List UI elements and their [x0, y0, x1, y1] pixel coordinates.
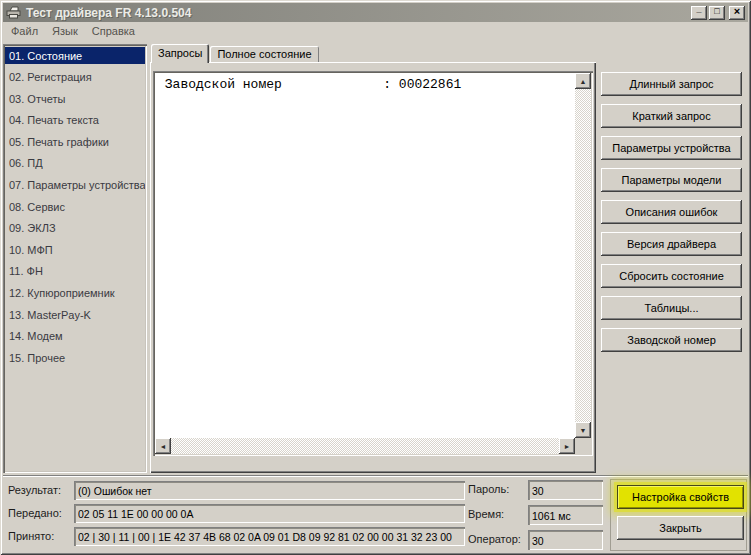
sidebar-item[interactable]: 13. MasterPay-K [5, 306, 145, 323]
action-button[interactable]: Заводской номер [601, 328, 742, 352]
scroll-left-icon[interactable]: ◄ [155, 438, 171, 454]
sidebar-item-label: 05. Печать графики [9, 136, 109, 148]
action-button[interactable]: Длинный запрос [601, 72, 742, 96]
action-button[interactable]: Таблицы... [601, 296, 742, 320]
query-output-memo: Заводской номер : 00022861 ▲ ▼ ◄ ► [153, 71, 593, 456]
menu-item[interactable]: Язык [45, 24, 85, 40]
sidebar-item[interactable]: 05. Печать графики [5, 133, 145, 150]
scroll-down-icon[interactable]: ▼ [575, 422, 591, 438]
param-label: Пароль: [468, 483, 509, 495]
sidebar-item-label: 12. Купюроприемник [9, 287, 115, 299]
window-title: Тест драйвера FR 4.13.0.504 [26, 6, 691, 20]
vertical-scrollbar[interactable]: ▲ ▼ [575, 73, 591, 438]
action-button[interactable]: Версия драйвера [601, 232, 742, 256]
app-window: Тест драйвера FR 4.13.0.504 _ □ × ФайлЯз… [0, 0, 751, 555]
minimize-button[interactable]: _ [691, 6, 707, 20]
tab[interactable]: Полное состояние [210, 46, 318, 63]
tab[interactable]: Запросы [151, 44, 209, 63]
sidebar-item-label: 04. Печать текста [9, 114, 99, 126]
sidebar-item-label: 03. Отчеты [9, 93, 65, 105]
action-button[interactable]: Краткий запрос [601, 104, 742, 128]
close-button[interactable]: × [729, 6, 745, 20]
param-value-field[interactable] [528, 480, 603, 500]
sidebar-item[interactable]: 15. Прочее [5, 349, 145, 366]
close-app-button[interactable]: Закрыть [617, 516, 744, 540]
param-value-field[interactable] [528, 505, 603, 525]
param-label: Оператор: [468, 533, 521, 545]
sidebar-item[interactable]: 04. Печать текста [5, 112, 145, 129]
status-label: Результат: [8, 484, 61, 496]
horizontal-scrollbar[interactable]: ◄ ► [155, 438, 575, 454]
scroll-up-icon[interactable]: ▲ [575, 73, 591, 89]
sidebar-item-label: 07. Параметры устройства [9, 179, 145, 191]
sidebar-item[interactable]: 09. ЭКЛЗ [5, 220, 145, 237]
param-label: Время: [468, 508, 504, 520]
sidebar-item[interactable]: 06. ПД [5, 155, 145, 172]
sidebar-item-label: 06. ПД [9, 157, 43, 169]
sidebar-item[interactable]: 01. Состояние [5, 47, 145, 64]
scrollbar-corner [575, 438, 591, 454]
scroll-right-icon[interactable]: ► [559, 438, 575, 454]
sidebar-item[interactable]: 08. Сервис [5, 198, 145, 215]
sidebar-item[interactable]: 07. Параметры устройства [5, 177, 145, 194]
sidebar-item-label: 11. ФН [9, 265, 43, 277]
sidebar-item-label: 13. MasterPay-K [9, 309, 91, 321]
action-button[interactable]: Параметры модели [601, 168, 742, 192]
sidebar-item[interactable]: 03. Отчеты [5, 90, 145, 107]
sidebar-item[interactable]: 11. ФН [5, 263, 145, 280]
sidebar-item-label: 02. Регистрация [9, 71, 92, 83]
output-text: Заводской номер : 00022861 [155, 73, 575, 438]
action-button[interactable]: Описания ошибок [601, 200, 742, 224]
sidebar-item-label: 08. Сервис [9, 201, 65, 213]
sidebar-item[interactable]: 12. Купюроприемник [5, 285, 145, 302]
sidebar-item[interactable]: 10. МФП [5, 241, 145, 258]
sidebar-item-label: 15. Прочее [9, 352, 65, 364]
category-list: 01. Состояние 02. Регистрация 03. Отчеты… [3, 44, 147, 473]
tab-strip: ЗапросыПолное состояние [151, 44, 320, 63]
param-value-field[interactable] [528, 530, 603, 550]
sidebar-item[interactable]: 14. Модем [5, 328, 145, 345]
printer-icon [6, 6, 22, 19]
status-value-field [74, 504, 465, 523]
menu-item[interactable]: Файл [4, 24, 45, 40]
status-value-field [74, 481, 465, 500]
sidebar-item-label: 09. ЭКЛЗ [9, 222, 56, 234]
maximize-button[interactable]: □ [709, 6, 725, 20]
titlebar: Тест драйвера FR 4.13.0.504 _ □ × [3, 3, 748, 22]
sidebar-item[interactable]: 02. Регистрация [5, 69, 145, 86]
status-value-field [74, 527, 465, 546]
status-label: Передано: [8, 507, 62, 519]
action-button[interactable]: Сбросить состояние [601, 264, 742, 288]
action-button-column: Длинный запросКраткий запросПараметры ус… [601, 72, 742, 360]
menubar: ФайлЯзыкСправка [4, 24, 142, 40]
menu-item[interactable]: Справка [85, 24, 142, 40]
action-button[interactable]: Параметры устройства [601, 136, 742, 160]
status-label: Принято: [8, 530, 54, 542]
sidebar-item-label: 10. МФП [9, 244, 53, 256]
sidebar-item-label: 01. Состояние [9, 50, 82, 62]
settings-button[interactable]: Настройка свойств [617, 485, 744, 509]
sidebar-item-label: 14. Модем [9, 330, 63, 342]
panel-separator [3, 475, 748, 477]
